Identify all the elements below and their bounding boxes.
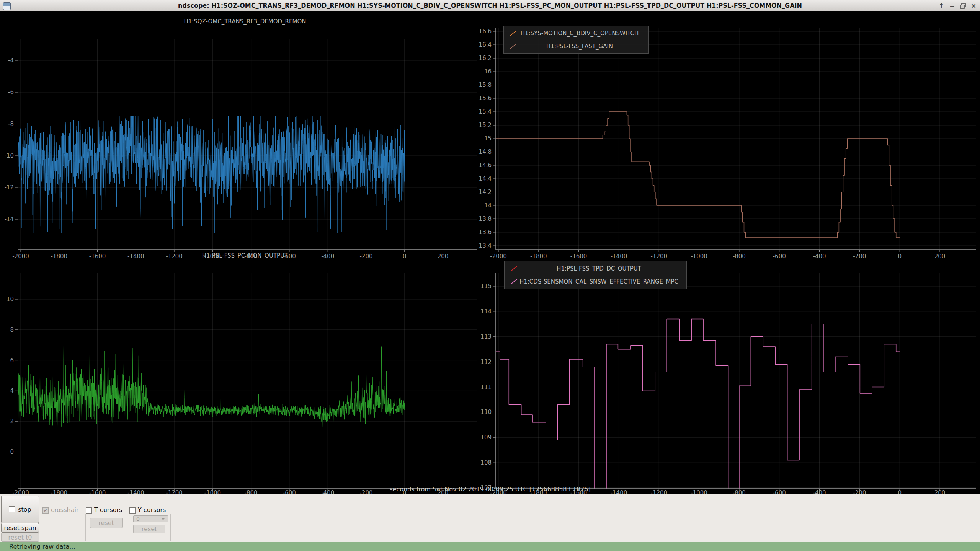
y-cursors-checkbox[interactable] <box>129 507 136 514</box>
y-cursor-count-select[interactable]: 0 <box>133 515 168 522</box>
line-swatch-icon <box>510 265 518 272</box>
svg-text:109: 109 <box>480 434 492 441</box>
svg-text:108: 108 <box>480 459 492 466</box>
svg-text:15.8: 15.8 <box>479 82 492 88</box>
svg-text:112: 112 <box>480 359 492 365</box>
window-buttons: ↑ − × <box>937 0 978 11</box>
control-panel: stop reset span reset t0 offline trigger… <box>0 494 980 542</box>
svg-text:-1800: -1800 <box>530 253 547 260</box>
svg-text:14.2: 14.2 <box>479 189 492 196</box>
line-swatch-icon <box>509 42 518 50</box>
svg-text:-4: -4 <box>8 57 14 64</box>
reset-span-button[interactable]: reset span <box>1 523 39 533</box>
svg-text:-400: -400 <box>813 253 826 260</box>
svg-text:15.2: 15.2 <box>479 122 492 129</box>
svg-text:-600: -600 <box>773 253 786 260</box>
svg-text:14.4: 14.4 <box>479 175 492 182</box>
svg-text:13.8: 13.8 <box>479 215 492 222</box>
svg-text:15.4: 15.4 <box>479 108 492 115</box>
plot-title-top-left: H1:SQZ-OMC_TRANS_RF3_DEMOD_RFMON <box>0 18 490 25</box>
svg-text:-10: -10 <box>5 152 14 159</box>
svg-text:14.8: 14.8 <box>479 148 492 155</box>
t-cursors-reset-button[interactable]: reset <box>90 518 122 528</box>
y-cursor-count-value: 0 <box>136 516 140 522</box>
legend-item: H1:SYS-MOTION_C_BDIV_C_OPENSWITCH <box>504 27 648 39</box>
time-axis-caption: seconds from Sat Nov 02 2019 00:09:25 UT… <box>0 485 980 494</box>
svg-text:200: 200 <box>934 253 946 260</box>
chevron-down-icon <box>161 518 165 520</box>
svg-text:-12: -12 <box>5 184 14 191</box>
line-swatch-icon <box>510 278 518 285</box>
legend-item: H1:PSL-FSS_FAST_GAIN <box>504 40 648 52</box>
svg-text:-200: -200 <box>853 253 866 260</box>
svg-text:110: 110 <box>480 409 492 416</box>
close-button[interactable]: × <box>969 2 978 10</box>
crosshair-label: crosshair <box>51 507 78 513</box>
maximize-button[interactable] <box>959 2 967 10</box>
shade-button[interactable]: ↑ <box>937 2 946 10</box>
svg-text:114: 114 <box>480 308 492 315</box>
svg-text:0: 0 <box>10 448 14 455</box>
svg-text:10: 10 <box>7 296 14 303</box>
reset-t0-button[interactable]: reset t0 <box>1 533 39 542</box>
stop-label: stop <box>18 506 31 513</box>
stop-button[interactable]: stop <box>1 496 39 523</box>
window-title: ndscope: H1:SQZ-OMC_TRANS_RF3_DEMOD_RFMO… <box>46 0 934 11</box>
svg-text:111: 111 <box>480 384 492 391</box>
legend-label: H1:CDS-SENSMON_CAL_SNSW_EFFECTIVE_RANGE_… <box>518 278 686 285</box>
charts-canvas[interactable]: -4-6-8-10-12-14-2000-1800-1600-1400-1200… <box>0 11 980 551</box>
plot-area[interactable]: -4-6-8-10-12-14-2000-1800-1600-1400-1200… <box>0 11 980 494</box>
legend-top-right[interactable]: H1:SYS-MOTION_C_BDIV_C_OPENSWITCH H1:PSL… <box>503 26 649 54</box>
svg-text:14: 14 <box>484 202 492 209</box>
svg-text:-1200: -1200 <box>650 253 667 260</box>
ndscope-window: ndscope: H1:SQZ-OMC_TRANS_RF3_DEMOD_RFMO… <box>0 0 980 551</box>
legend-item: H1:PSL-FSS_TPD_DC_OUTPUT <box>505 262 686 275</box>
svg-text:-6: -6 <box>8 89 14 96</box>
svg-text:-1000: -1000 <box>691 253 707 260</box>
svg-text:6: 6 <box>10 357 14 364</box>
t-cursors-checkbox[interactable] <box>86 507 92 514</box>
status-bar: Retrieving raw data... <box>0 542 980 551</box>
svg-text:16.6: 16.6 <box>479 28 492 35</box>
svg-text:8: 8 <box>10 326 14 333</box>
line-swatch-icon <box>509 29 518 37</box>
svg-text:4: 4 <box>10 387 14 394</box>
svg-text:16.4: 16.4 <box>479 41 492 48</box>
legend-item: H1:CDS-SENSMON_CAL_SNSW_EFFECTIVE_RANGE_… <box>505 276 686 288</box>
app-icon <box>3 2 11 10</box>
svg-text:16.2: 16.2 <box>479 55 492 62</box>
svg-text:-1400: -1400 <box>611 253 627 260</box>
svg-text:2: 2 <box>10 418 14 425</box>
t-cursors-label: T cursors <box>94 507 122 513</box>
svg-text:115: 115 <box>480 283 492 290</box>
svg-text:-2000: -2000 <box>490 253 507 260</box>
svg-text:15: 15 <box>484 135 492 142</box>
legend-label: H1:PSL-FSS_TPD_DC_OUTPUT <box>518 265 686 272</box>
y-cursors-reset-button[interactable]: reset <box>133 525 165 533</box>
svg-text:0: 0 <box>898 253 902 260</box>
svg-text:-1600: -1600 <box>570 253 587 260</box>
plot-title-bottom-left: H1:PSL-FSS_PC_MON_OUTPUT <box>0 252 490 259</box>
svg-text:14.6: 14.6 <box>479 162 492 169</box>
legend-label: H1:SYS-MOTION_C_BDIV_C_OPENSWITCH <box>518 30 648 37</box>
svg-text:13.6: 13.6 <box>479 229 492 236</box>
minimize-button[interactable]: − <box>948 2 956 10</box>
y-cursors-label: Y cursors <box>138 507 166 513</box>
svg-text:113: 113 <box>480 333 492 340</box>
crosshair-group-frame <box>42 514 83 541</box>
crosshair-checkbox[interactable]: ✓ <box>42 507 49 514</box>
svg-text:-14: -14 <box>5 216 14 223</box>
svg-text:16: 16 <box>484 68 492 75</box>
check-icon: ✓ <box>44 508 47 513</box>
svg-text:-800: -800 <box>733 253 746 260</box>
svg-text:13.4: 13.4 <box>479 242 492 249</box>
stop-checkbox[interactable] <box>9 506 15 512</box>
svg-text:-8: -8 <box>8 121 14 127</box>
restore-icon <box>960 3 966 9</box>
legend-bottom-right[interactable]: H1:PSL-FSS_TPD_DC_OUTPUT H1:CDS-SENSMON_… <box>504 261 687 289</box>
legend-label: H1:PSL-FSS_FAST_GAIN <box>518 43 648 50</box>
svg-text:15.6: 15.6 <box>479 95 492 102</box>
window-titlebar: ndscope: H1:SQZ-OMC_TRANS_RF3_DEMOD_RFMO… <box>0 0 980 12</box>
